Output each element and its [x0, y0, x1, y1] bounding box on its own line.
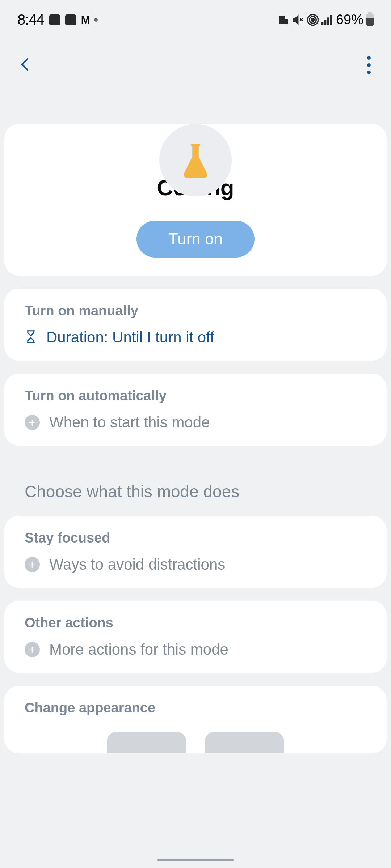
duration-label: Duration: Until I turn it off [46, 329, 214, 346]
svg-rect-5 [321, 22, 323, 25]
plus-icon: + [25, 557, 40, 572]
hotspot-icon [307, 14, 319, 26]
svg-rect-1 [285, 19, 288, 24]
status-left: 8:44 M [17, 12, 98, 28]
battery-percentage: 69% [336, 12, 363, 27]
focused-card: Stay focused + Ways to avoid distraction… [4, 516, 387, 588]
svg-rect-7 [327, 17, 329, 25]
svg-rect-6 [324, 20, 326, 25]
manual-card: Turn on manually Duration: Until I turn … [4, 289, 387, 361]
back-button[interactable] [17, 56, 33, 74]
overflow-menu-button[interactable] [364, 53, 374, 77]
calendar-icon [65, 14, 76, 25]
status-right: 69% [278, 12, 374, 27]
mode-icon-circle[interactable] [159, 124, 232, 196]
plus-icon: + [25, 642, 40, 657]
other-heading: Other actions [25, 615, 366, 631]
appearance-card: Change appearance [4, 686, 387, 753]
other-card: Other actions + More actions for this mo… [4, 601, 387, 673]
signal-icon [321, 15, 333, 25]
auto-heading: Turn on automatically [25, 388, 366, 404]
focused-label: Ways to avoid distractions [49, 556, 225, 573]
hourglass-icon [25, 330, 37, 345]
appearance-thumbnail[interactable] [107, 732, 186, 753]
appearance-thumbnail[interactable] [205, 732, 284, 753]
image-icon [49, 14, 60, 25]
svg-point-2 [311, 18, 314, 21]
svg-rect-8 [330, 15, 332, 25]
section-title: Choose what this mode does [0, 482, 391, 501]
other-label: More actions for this mode [49, 641, 228, 658]
focused-row[interactable]: + Ways to avoid distractions [25, 556, 366, 573]
gmail-icon: M [81, 14, 89, 26]
plus-icon: + [25, 415, 40, 430]
status-bar: 8:44 M 69% [0, 0, 391, 35]
flask-icon [181, 142, 210, 178]
appearance-thumbnails [25, 732, 366, 753]
other-row[interactable]: + More actions for this mode [25, 641, 366, 658]
auto-card: Turn on automatically + When to start th… [4, 374, 387, 446]
appearance-heading: Change appearance [25, 700, 366, 716]
nav-bar [0, 35, 391, 88]
schedule-label: When to start this mode [49, 414, 210, 431]
svg-rect-0 [279, 16, 285, 24]
building-icon [278, 14, 289, 25]
notification-dot [94, 18, 98, 22]
schedule-row[interactable]: + When to start this mode [25, 414, 366, 431]
battery-icon [366, 14, 374, 26]
duration-row[interactable]: Duration: Until I turn it off [25, 329, 366, 346]
status-time: 8:44 [17, 12, 44, 28]
hero-area: Coding Turn on [0, 124, 391, 276]
home-indicator[interactable] [157, 859, 234, 861]
mute-icon [292, 14, 304, 26]
manual-heading: Turn on manually [25, 303, 366, 319]
turn-on-button[interactable]: Turn on [136, 221, 255, 258]
focused-heading: Stay focused [25, 530, 366, 546]
